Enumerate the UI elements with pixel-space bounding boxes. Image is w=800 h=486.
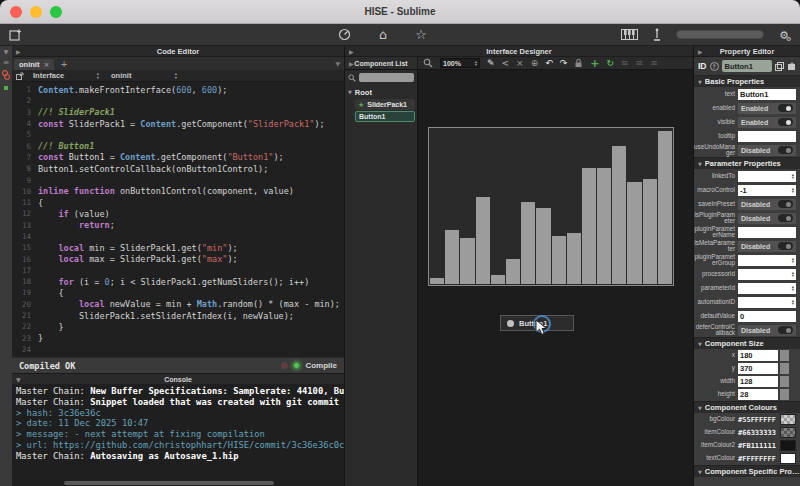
- slider-bar[interactable]: [536, 208, 550, 284]
- property-spinner-macroControl[interactable]: -1▴▾: [738, 185, 796, 196]
- section-header-component-size[interactable]: ▼Component Size: [694, 337, 800, 349]
- property-spinner-pluginParameterGroup[interactable]: ▴▾: [738, 255, 796, 266]
- add-tab-icon[interactable]: +: [60, 59, 68, 69]
- titlebar[interactable]: HISE - Sublime: [0, 0, 800, 24]
- panel-collapse-icon[interactable]: ▶: [16, 48, 21, 55]
- zoom-level-select[interactable]: 100% ▴▾: [440, 58, 480, 68]
- panel-collapse-icon[interactable]: ▶: [349, 48, 354, 55]
- console-hscrollbar[interactable]: [12, 480, 344, 486]
- property-size-input-x[interactable]: 180: [738, 350, 778, 361]
- tree-item-root[interactable]: ▼ Root: [345, 86, 417, 98]
- property-spinner-automationID[interactable]: ▴▾: [738, 297, 796, 308]
- cpu-meter-icon[interactable]: [338, 28, 351, 41]
- property-toggle-isPluginParameter[interactable]: Disabled: [738, 213, 796, 224]
- home-icon[interactable]: ⌂: [379, 29, 387, 41]
- tab-close-icon[interactable]: ×: [43, 61, 49, 69]
- toggle-switch[interactable]: [778, 214, 793, 222]
- property-toggle-useUndoManager[interactable]: Disabled: [738, 145, 796, 156]
- rebuild-interface-icon[interactable]: ↻: [607, 59, 615, 68]
- help-icon[interactable]: ?: [710, 62, 719, 71]
- section-header-component-specific-prop[interactable]: ▼Component Specific Prop...: [694, 465, 800, 477]
- slider-bar[interactable]: [627, 182, 641, 284]
- slider-bar[interactable]: [582, 168, 596, 284]
- tab-oninit[interactable]: oninit ×: [14, 59, 54, 70]
- bookmark-marker[interactable]: [4, 86, 8, 90]
- property-toggle-deferControlCallback[interactable]: Disabled: [738, 325, 796, 336]
- compile-button[interactable]: Compile: [305, 361, 337, 370]
- property-spinner-processorId[interactable]: ▴▾: [738, 269, 796, 280]
- panel-collapse-icon[interactable]: ▶: [349, 60, 354, 67]
- component-id-input[interactable]: Button1: [722, 60, 773, 72]
- slider-bar[interactable]: [567, 233, 581, 284]
- slider-bar[interactable]: [460, 238, 474, 285]
- slider-bar[interactable]: [643, 179, 657, 284]
- component-search-input[interactable]: [359, 73, 414, 82]
- slider-bar[interactable]: [506, 259, 520, 284]
- slider-bar[interactable]: [445, 230, 459, 284]
- scrollbar-thumb[interactable]: [64, 481, 274, 485]
- colour-swatch[interactable]: [780, 453, 796, 464]
- paste-style-icon[interactable]: [787, 62, 796, 71]
- property-size-input-width[interactable]: 128: [738, 376, 778, 387]
- slider-bar[interactable]: [476, 197, 490, 284]
- property-input-pluginParameterName[interactable]: [738, 227, 796, 238]
- component-list-header[interactable]: ▶ Component List: [345, 57, 418, 69]
- section-header-component-colours[interactable]: ▼Component Colours: [694, 401, 800, 413]
- slider-bar[interactable]: [430, 278, 444, 284]
- tree-item-button1[interactable]: Button1: [355, 111, 415, 122]
- undo-icon[interactable]: ↶: [545, 59, 553, 68]
- slider-bar[interactable]: [521, 202, 535, 284]
- property-spinner-parameterId[interactable]: ▴▾: [738, 283, 796, 294]
- console-header[interactable]: ▼ Console: [12, 373, 344, 384]
- property-size-input-y[interactable]: 370: [738, 363, 778, 374]
- add-component-icon[interactable]: +: [590, 59, 599, 68]
- property-toggle-visible[interactable]: Enabled: [738, 117, 796, 128]
- interface-canvas[interactable]: Button1: [418, 70, 693, 486]
- property-input-tooltip[interactable]: [738, 131, 796, 142]
- keyboard-icon[interactable]: [621, 29, 638, 40]
- slider-bar[interactable]: [491, 275, 505, 284]
- value-drag-handle[interactable]: [780, 376, 789, 387]
- sliderpack1-component[interactable]: [428, 127, 674, 286]
- class-selector-dropdown[interactable]: Interface ▴▾: [30, 71, 102, 80]
- property-input-text[interactable]: Button1: [738, 89, 796, 100]
- slider-bar[interactable]: [658, 131, 672, 284]
- slider-bar[interactable]: [612, 146, 626, 284]
- interface-designer-header[interactable]: ▶ Interface Designer: [345, 46, 693, 57]
- value-drag-handle[interactable]: [780, 363, 789, 374]
- align-left-icon[interactable]: ≡: [621, 59, 629, 68]
- toggle-switch[interactable]: [778, 200, 793, 208]
- slider-bar[interactable]: [552, 236, 566, 284]
- toggle-switch[interactable]: [778, 104, 793, 112]
- delete-component-icon[interactable]: ×: [516, 59, 524, 68]
- list-toggle-icon[interactable]: ≡: [3, 59, 10, 66]
- external-editor-icon[interactable]: [16, 72, 24, 80]
- colour-swatch[interactable]: [780, 414, 796, 425]
- goto-workspace-icon[interactable]: [2, 70, 10, 80]
- colour-swatch[interactable]: [780, 427, 796, 438]
- property-input-defaultValue[interactable]: 0: [738, 311, 796, 322]
- section-header-basic-properties[interactable]: ▼Basic Properties: [694, 75, 800, 87]
- distribute-icon[interactable]: ≡: [650, 59, 658, 68]
- property-size-input-height[interactable]: 28: [738, 389, 778, 400]
- console-output[interactable]: Master Chain: New Buffer Specifications:…: [12, 384, 344, 480]
- favorites-star-icon[interactable]: ☆: [415, 29, 427, 41]
- console-collapse-icon[interactable]: ▼: [16, 376, 21, 383]
- tab-filter-icon[interactable]: ▼: [335, 60, 340, 67]
- slider-bar[interactable]: [597, 168, 611, 284]
- tree-collapse-icon[interactable]: ▼: [348, 89, 352, 95]
- panel-collapse-icon[interactable]: ▶: [698, 48, 703, 55]
- code-editor-header[interactable]: ▶ Code Editor: [12, 46, 344, 57]
- toggle-switch[interactable]: [778, 118, 793, 126]
- filter-icon[interactable]: ▼: [4, 48, 9, 55]
- new-file-icon[interactable]: [8, 28, 22, 42]
- toggle-switch[interactable]: [778, 146, 793, 154]
- connect-components-icon[interactable]: <: [502, 59, 510, 68]
- property-spinner-linkedTo[interactable]: ▴▾: [738, 171, 796, 182]
- lock-icon[interactable]: [574, 58, 583, 68]
- tree-item-sliderpack1[interactable]: ★SliderPack1: [355, 99, 415, 110]
- align-top-icon[interactable]: ≡: [636, 59, 644, 68]
- property-toggle-saveInPreset[interactable]: Disabled: [738, 199, 796, 210]
- property-toggle-isMetaParameter[interactable]: Disabled: [738, 241, 796, 252]
- value-drag-handle[interactable]: [780, 389, 789, 400]
